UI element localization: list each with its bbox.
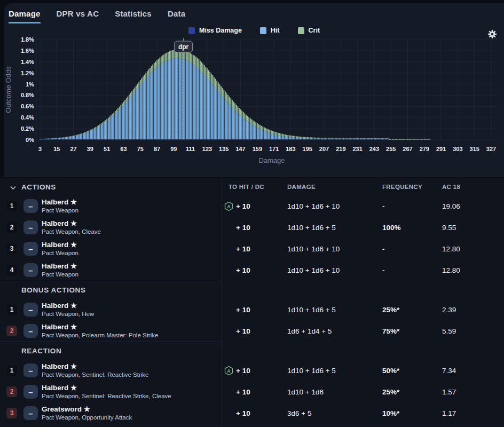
to-hit-value: + 10 xyxy=(236,367,250,375)
weapon-tags: Pact Weapon xyxy=(42,250,224,257)
svg-text:0.8%: 0.8% xyxy=(21,92,34,98)
attack-routine-table: ACTIONS TO HIT / DC DAMAGE FREQUENCY AC … xyxy=(0,178,504,427)
minus-icon: – xyxy=(28,388,33,396)
svg-text:207: 207 xyxy=(319,146,329,152)
remove-attack-button[interactable]: – xyxy=(23,220,38,234)
damage-dice: 1d10 + 1d6 + 10 xyxy=(287,266,382,274)
remove-attack-button[interactable]: – xyxy=(23,242,38,256)
table-row[interactable]: 4 – Halberd ★ Pact Weapon + 10 1d10 + 1d… xyxy=(0,259,504,281)
svg-text:3: 3 xyxy=(38,146,42,152)
damage-dice: 1d10 + 1d6 + 10 xyxy=(287,202,382,210)
svg-text:279: 279 xyxy=(420,146,429,152)
remove-attack-button[interactable]: – xyxy=(23,263,38,277)
column-header-damage: DAMAGE xyxy=(287,184,382,190)
remove-attack-button[interactable]: – xyxy=(23,363,38,377)
dpr-result-value: 2.39 xyxy=(442,306,504,314)
svg-text:291: 291 xyxy=(436,146,446,152)
weapon-tags: Pact Weapon, Polearm Master: Pole Strike xyxy=(42,332,224,339)
to-hit-value: + 10 xyxy=(236,327,250,335)
svg-text:195: 195 xyxy=(303,146,312,152)
svg-text:219: 219 xyxy=(336,146,345,152)
svg-text:A: A xyxy=(227,368,230,373)
table-row[interactable]: 2 – Halberd ★ Pact Weapon, Polearm Maste… xyxy=(0,320,504,342)
dpr-result-value: 5.59 xyxy=(442,327,504,335)
svg-text:Outcome Odds: Outcome Odds xyxy=(4,66,12,113)
legend-label: Crit xyxy=(309,27,320,34)
svg-text:231: 231 xyxy=(352,146,362,152)
remove-attack-button[interactable]: – xyxy=(23,303,38,317)
damage-dice: 1d10 + 1d6 + 5 xyxy=(287,224,382,232)
advantage-icon: A xyxy=(224,366,233,376)
remove-attack-button[interactable]: – xyxy=(23,199,38,213)
weapon-tags: Pact Weapon, Cleave xyxy=(42,228,224,235)
legend-item-miss-damage[interactable]: Miss Damage xyxy=(188,27,242,34)
minus-icon: – xyxy=(28,367,33,375)
dpr-result-value: 12.80 xyxy=(442,266,504,274)
damage-histogram-chart[interactable]: 0%0.2%0.4%0.6%0.8%1%1.2%1.4%1.6%1.8%3152… xyxy=(0,0,504,177)
section-header: BONUS ACTIONS xyxy=(0,281,504,299)
weapon-name: Halberd ★ xyxy=(42,198,224,207)
svg-text:183: 183 xyxy=(286,146,295,152)
table-row[interactable]: 1 – Halberd ★ Pact Weapon, Hew + 10 1d10… xyxy=(0,299,504,320)
svg-text:1.4%: 1.4% xyxy=(21,59,34,65)
weapon-name: Halberd ★ xyxy=(42,241,224,249)
table-row[interactable]: 3 – Greatsword ★ Pact Weapon, Opportunit… xyxy=(0,402,504,424)
damage-dice: 3d6 + 5 xyxy=(287,409,382,417)
advantage-icon: A xyxy=(224,201,233,211)
svg-text:0.6%: 0.6% xyxy=(21,103,34,109)
weapon-name: Halberd ★ xyxy=(42,262,224,271)
svg-text:171: 171 xyxy=(269,146,279,152)
svg-text:27: 27 xyxy=(70,146,76,152)
svg-text:1%: 1% xyxy=(26,81,34,88)
row-number-badge: 4 xyxy=(6,265,17,275)
section-title: ACTIONS xyxy=(21,183,56,191)
minus-icon: – xyxy=(28,245,33,253)
table-row[interactable]: 1 – Halberd ★ Pact Weapon, Sentinel: Rea… xyxy=(0,360,504,381)
remove-attack-button[interactable]: – xyxy=(23,385,38,399)
table-row[interactable]: 2 – Halberd ★ Pact Weapon, Cleave + 10 1… xyxy=(0,217,504,238)
svg-text:1.2%: 1.2% xyxy=(21,70,34,76)
section-title: REACTION xyxy=(21,347,61,355)
svg-text:327: 327 xyxy=(486,146,496,152)
svg-text:75: 75 xyxy=(137,146,144,152)
crit-swatch-icon xyxy=(298,27,304,34)
gear-icon xyxy=(487,29,498,39)
to-hit-value: + 10 xyxy=(236,245,250,253)
to-hit-value: + 10 xyxy=(236,224,250,232)
miss-damage-swatch-icon xyxy=(188,27,195,34)
row-number-badge: 2 xyxy=(6,222,17,233)
weapon-tags: Pact Weapon, Hew xyxy=(42,311,224,318)
remove-attack-button[interactable]: – xyxy=(23,324,38,338)
section-title: BONUS ACTIONS xyxy=(21,286,86,294)
svg-text:0.2%: 0.2% xyxy=(21,125,34,132)
svg-text:267: 267 xyxy=(403,146,412,152)
svg-text:63: 63 xyxy=(120,146,127,152)
table-row[interactable]: 2 – Halberd ★ Pact Weapon, Sentinel: Rea… xyxy=(0,381,504,402)
row-number-badge: 1 xyxy=(6,304,17,315)
remove-attack-button[interactable]: – xyxy=(23,406,38,420)
frequency-value: 50%* xyxy=(382,367,442,375)
row-number-badge: 2 xyxy=(6,386,17,397)
table-section: BONUS ACTIONS 1 – Halberd ★ Pact Weapon,… xyxy=(0,281,504,342)
svg-text:1.8%: 1.8% xyxy=(21,36,34,43)
table-row[interactable]: 1 – Halberd ★ Pact Weapon A + 10 1d10 + … xyxy=(0,195,504,217)
table-row[interactable]: 3 – Halberd ★ Pact Weapon + 10 1d10 + 1d… xyxy=(0,238,504,259)
table-section: ACTIONS TO HIT / DC DAMAGE FREQUENCY AC … xyxy=(0,178,504,281)
frequency-value: - xyxy=(382,245,442,253)
legend-item-crit[interactable]: Crit xyxy=(298,27,320,34)
weapon-tags: Pact Weapon, Sentinel: Reactive Strike, … xyxy=(42,393,224,400)
chevron-down-icon[interactable] xyxy=(10,183,16,192)
row-number-badge: 1 xyxy=(6,365,17,376)
frequency-value: - xyxy=(382,266,442,274)
damage-dice: 1d10 + 1d6 + 5 xyxy=(287,306,382,314)
svg-text:123: 123 xyxy=(202,146,212,152)
hit-swatch-icon xyxy=(260,27,266,34)
to-hit-value: + 10 xyxy=(236,306,250,314)
app-root: Damage DPR vs AC Statistics Data 0%0.2%0… xyxy=(0,0,504,427)
to-hit-value: + 10 xyxy=(236,202,250,210)
legend-item-hit[interactable]: Hit xyxy=(260,27,280,34)
svg-text:Damage: Damage xyxy=(258,156,285,164)
frequency-value: 10%* xyxy=(382,409,442,417)
svg-text:147: 147 xyxy=(235,146,245,152)
settings-button[interactable] xyxy=(485,28,499,42)
